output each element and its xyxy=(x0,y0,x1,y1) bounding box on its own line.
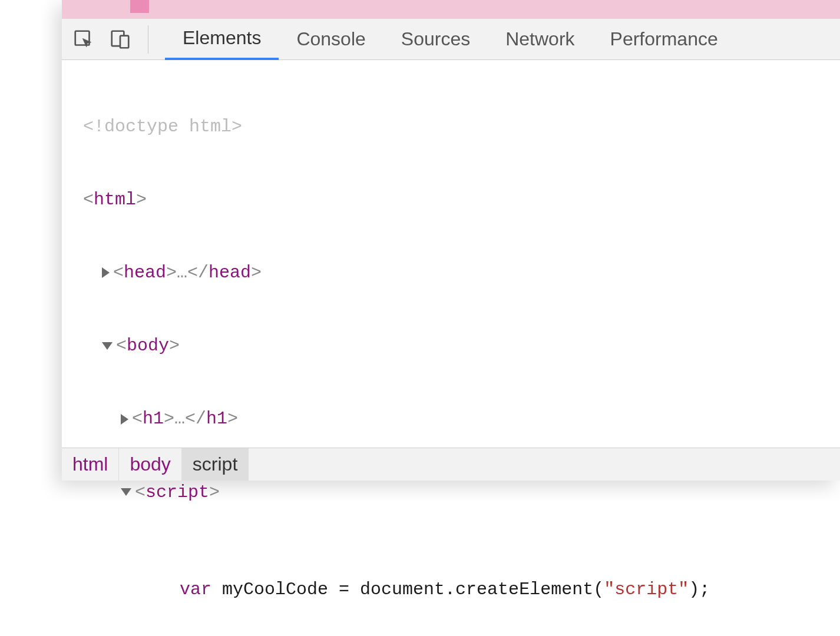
breadcrumb-body[interactable]: body xyxy=(119,448,181,481)
devtools-panel: Elements Console Sources Network Perform… xyxy=(62,0,840,481)
tab-console[interactable]: Console xyxy=(279,19,383,60)
toolbar-icon-group xyxy=(72,25,148,54)
collapse-icon[interactable] xyxy=(102,342,113,350)
tab-label: Performance xyxy=(610,28,718,50)
title-indicator xyxy=(130,0,149,13)
window-titlebar xyxy=(62,0,840,19)
breadcrumb-html[interactable]: html xyxy=(62,448,119,481)
expand-icon[interactable] xyxy=(121,414,128,425)
devtools-toolbar: Elements Console Sources Network Perform… xyxy=(62,19,840,60)
devtools-tabs: Elements Console Sources Network Perform… xyxy=(165,19,736,60)
tab-label: Console xyxy=(296,28,365,50)
tab-sources[interactable]: Sources xyxy=(383,19,488,60)
svg-rect-2 xyxy=(120,35,128,48)
h1-node[interactable]: <h1>…</h1> xyxy=(62,407,840,431)
body-open-node[interactable]: <body> xyxy=(62,334,840,358)
elements-dom-tree[interactable]: <!doctype html> <html> <head>…</head> <b… xyxy=(62,60,840,636)
code-line-1[interactable]: var myCoolCode = document.createElement(… xyxy=(62,578,840,602)
breadcrumb-bar: html body script xyxy=(62,448,840,481)
collapse-icon[interactable] xyxy=(121,488,131,496)
tab-label: Elements xyxy=(183,27,261,49)
script-open-node[interactable]: <script> xyxy=(62,481,840,505)
expand-icon[interactable] xyxy=(102,267,110,278)
tab-elements[interactable]: Elements xyxy=(165,19,279,60)
tab-network[interactable]: Network xyxy=(488,19,592,60)
head-node[interactable]: <head>…</head> xyxy=(62,261,840,285)
breadcrumb-script[interactable]: script xyxy=(182,448,249,481)
tab-label: Network xyxy=(505,28,574,50)
html-open-node[interactable]: <html> xyxy=(62,188,840,212)
device-toolbar-icon[interactable] xyxy=(109,28,131,51)
tab-performance[interactable]: Performance xyxy=(593,19,736,60)
inspect-element-icon[interactable] xyxy=(72,28,95,51)
doctype-node[interactable]: <!doctype html> xyxy=(62,115,840,139)
tab-label: Sources xyxy=(401,28,470,50)
